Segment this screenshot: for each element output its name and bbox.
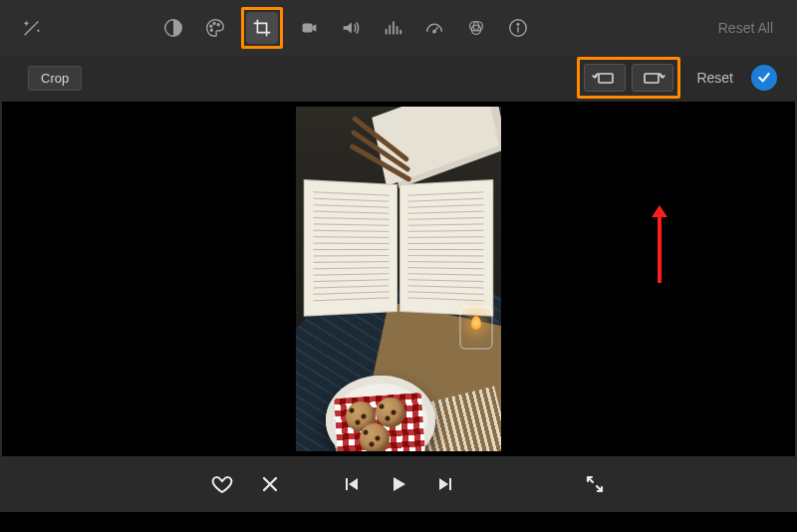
app-root: Reset All Crop Reset — [0, 0, 797, 532]
playback-controls — [0, 456, 797, 512]
crop-mode-button[interactable]: Crop — [28, 66, 82, 91]
crop-subtoolbar: Crop Reset — [0, 56, 797, 100]
preview-canvas[interactable] — [2, 102, 795, 456]
equalizer-icon[interactable] — [377, 12, 408, 44]
svg-point-1 — [210, 25, 212, 27]
svg-rect-17 — [599, 74, 613, 83]
palette-icon[interactable] — [199, 12, 231, 44]
annotation-arrow — [658, 215, 662, 283]
rotate-ccw-button[interactable] — [584, 64, 626, 92]
rotate-cw-button[interactable] — [632, 64, 673, 92]
reset-all-button[interactable]: Reset All — [710, 20, 781, 36]
svg-point-4 — [210, 29, 212, 31]
contrast-icon[interactable] — [157, 12, 189, 44]
footer-spacer — [0, 512, 797, 532]
info-icon[interactable] — [502, 12, 534, 44]
svg-rect-5 — [303, 23, 313, 32]
crop-tool-highlight — [241, 7, 283, 49]
reset-button[interactable]: Reset — [696, 70, 733, 86]
svg-rect-18 — [645, 74, 659, 83]
svg-rect-9 — [397, 26, 398, 34]
svg-point-11 — [433, 30, 435, 32]
next-icon[interactable] — [433, 471, 459, 497]
svg-point-2 — [213, 22, 215, 24]
svg-rect-6 — [386, 29, 388, 34]
svg-rect-8 — [393, 22, 395, 35]
color-circles-icon[interactable] — [460, 12, 492, 44]
svg-rect-10 — [399, 30, 401, 35]
video-stabilize-icon[interactable] — [293, 12, 325, 44]
apply-check-button[interactable] — [751, 65, 777, 91]
volume-icon[interactable] — [335, 12, 367, 44]
play-icon[interactable] — [386, 471, 411, 497]
reject-icon[interactable] — [257, 471, 283, 497]
preview-image — [296, 107, 501, 451]
svg-point-16 — [517, 23, 519, 25]
svg-point-3 — [217, 24, 219, 26]
favorite-icon[interactable] — [209, 471, 235, 497]
speedometer-icon[interactable] — [418, 12, 450, 44]
svg-rect-7 — [389, 25, 391, 34]
crop-icon[interactable] — [246, 12, 278, 44]
top-toolbar: Reset All — [0, 0, 797, 56]
rotate-buttons-highlight — [577, 57, 680, 99]
previous-icon[interactable] — [338, 471, 364, 497]
magic-wand-icon[interactable] — [16, 12, 48, 44]
fullscreen-icon[interactable] — [582, 471, 608, 497]
